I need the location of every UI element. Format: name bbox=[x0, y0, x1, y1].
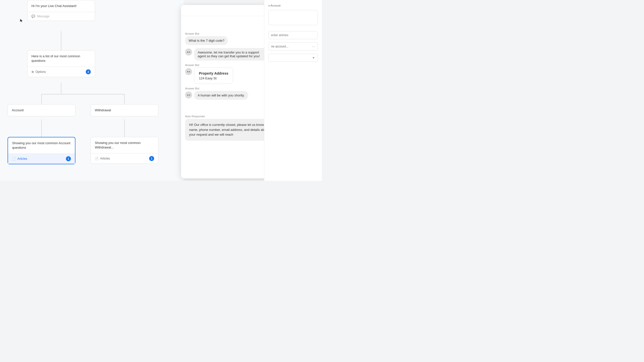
right-sidebar: n Account ne account... ··· ▼ bbox=[264, 0, 322, 181]
question-bubble: What is the 7 digit code? bbox=[185, 36, 228, 45]
result-withdrawal-text: Showing you our most common Withdrawal..… bbox=[91, 137, 158, 153]
chevron-down-icon: ▼ bbox=[312, 56, 315, 60]
branch-account-text: Account bbox=[8, 105, 75, 116]
flow-canvas: Hi I'm your Live Chat Assistant! 💬 Messa… bbox=[0, 0, 184, 181]
bot-avatar-dots-1 bbox=[187, 51, 190, 53]
bot-avatar-dots-2 bbox=[187, 71, 190, 72]
result-account-text: Showing you our most common Account ques… bbox=[8, 137, 75, 153]
dot-4 bbox=[189, 71, 190, 72]
options-icon: ⊕ bbox=[31, 70, 34, 74]
result-withdrawal-node[interactable]: Showing you our most common Withdrawal..… bbox=[91, 137, 158, 164]
sidebar-account-textarea[interactable] bbox=[268, 10, 318, 25]
sidebar-articles-item-text: ne account... bbox=[271, 45, 288, 48]
message-icon: 💬 bbox=[31, 15, 35, 18]
result-account-footer: 📄 Articles 1 bbox=[8, 153, 75, 164]
sidebar-articles-row[interactable]: ne account... ··· bbox=[268, 42, 318, 51]
branch-withdrawal-node: Withdrawal bbox=[91, 104, 158, 116]
sidebar-dropdown-row[interactable]: ▼ bbox=[268, 54, 318, 62]
dot-3 bbox=[187, 71, 188, 72]
dot-5 bbox=[187, 94, 188, 96]
sidebar-account-label: n Account bbox=[268, 4, 318, 7]
withdrawal-articles-icon: 📄 bbox=[95, 157, 99, 160]
options-label: Options bbox=[35, 70, 46, 74]
dot-2 bbox=[189, 51, 190, 53]
property-address: 124 Easy St bbox=[199, 76, 228, 80]
options-count: 2 bbox=[86, 69, 91, 74]
result-withdrawal-count: 1 bbox=[149, 156, 154, 161]
human-bubble: A human will be with you shortly. bbox=[194, 91, 248, 100]
branch-account-node: Account bbox=[8, 104, 75, 116]
sidebar-more-icon[interactable]: ··· bbox=[312, 44, 315, 48]
branch-withdrawal-text: Withdrawal bbox=[91, 105, 158, 116]
bot-avatar-2 bbox=[185, 68, 192, 75]
dot-1 bbox=[187, 51, 188, 53]
result-account-count: 1 bbox=[66, 156, 71, 161]
chat-intro-node: Hi I'm your Live Chat Assistant! 💬 Messa… bbox=[27, 0, 95, 21]
message-placeholder: Message bbox=[37, 15, 50, 18]
questions-node: Here is a list of our most common questi… bbox=[27, 50, 95, 77]
message-input-row[interactable]: 💬 Message bbox=[27, 12, 95, 21]
result-account-footer-label: Articles bbox=[17, 157, 27, 161]
property-bubble: Property Address 124 Easy St bbox=[194, 68, 233, 84]
chat-intro-text: Hi I'm your Live Chat Assistant! bbox=[27, 0, 95, 12]
questions-footer: ⊕ Options 2 bbox=[27, 67, 95, 77]
result-withdrawal-footer-label: Articles bbox=[100, 157, 110, 160]
cursor bbox=[20, 19, 24, 23]
bot-avatar-3 bbox=[185, 91, 192, 98]
result-withdrawal-footer: 📄 Articles 1 bbox=[91, 153, 158, 164]
transfer-bubble: Awesome, let me transfer you to a suppor… bbox=[194, 48, 270, 61]
dot-6 bbox=[189, 94, 190, 96]
bot-avatar-1 bbox=[185, 48, 192, 56]
questions-text: Here is a list of our most common questi… bbox=[27, 50, 95, 67]
auto-responder-text: Hi! Our office is currently closed, plea… bbox=[185, 119, 276, 141]
articles-icon: 📄 bbox=[12, 157, 16, 161]
bot-avatar-dots-3 bbox=[187, 94, 190, 96]
sidebar-articles-input[interactable] bbox=[268, 31, 318, 39]
result-account-node[interactable]: Showing you our most common Account ques… bbox=[8, 137, 75, 164]
property-title: Property Address bbox=[199, 71, 228, 75]
